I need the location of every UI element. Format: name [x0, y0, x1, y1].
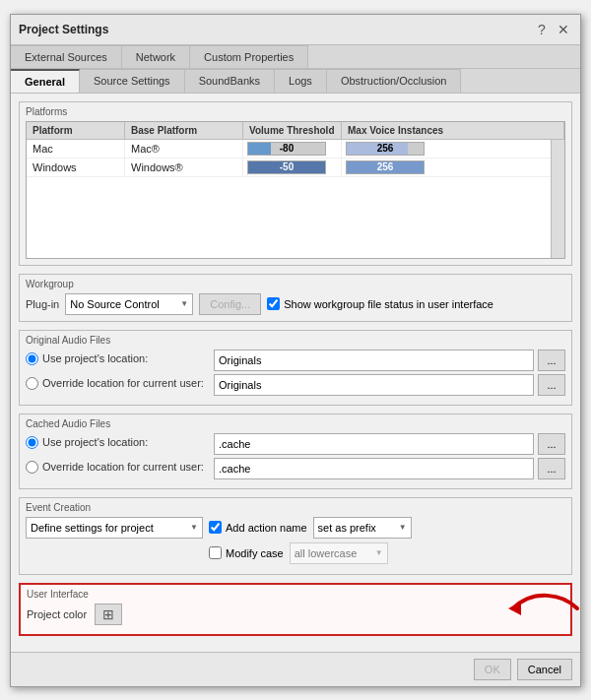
cell-base-mac: Mac®	[125, 140, 243, 158]
platforms-table: Platform Base Platform Volume Threshold …	[26, 121, 565, 259]
volume-slider-mac[interactable]: -80	[247, 142, 326, 156]
cached-radio2: Override location for current user:	[26, 461, 210, 474]
tab-custom-properties[interactable]: Custom Properties	[190, 45, 308, 68]
cached-browse1-button[interactable]: ...	[538, 433, 565, 455]
dialog-window: Project Settings ? ✕ External Sources Ne…	[10, 14, 581, 687]
tab-obstruction[interactable]: Obstruction/Occlusion	[327, 69, 462, 93]
ui-section-wrapper: User Interface Project color ⊞	[19, 583, 572, 636]
plugin-label: Plug-in	[26, 298, 59, 310]
original-audio-label: Original Audio Files	[26, 335, 565, 346]
workgroup-checkbox[interactable]	[267, 297, 280, 310]
voices-value-windows: 256	[347, 161, 424, 172]
config-button[interactable]: Config...	[199, 293, 261, 315]
event-row1: Define settings for project ▼ Add action…	[26, 517, 565, 539]
modify-case-checkbox[interactable]	[209, 546, 222, 559]
event-dropdown[interactable]: Define settings for project ▼	[26, 517, 203, 539]
cached-radio1: Use project's location:	[26, 436, 210, 449]
cell-platform-windows: Windows	[27, 159, 125, 176]
volume-slider-windows[interactable]: -50	[247, 160, 326, 174]
color-picker-icon: ⊞	[102, 606, 114, 622]
table-header: Platform Base Platform Volume Threshold …	[27, 122, 564, 140]
cached-radio2-input[interactable]	[26, 461, 38, 474]
cached-audio-section: Cached Audio Files Use project's locatio…	[19, 414, 572, 489]
add-action-checkbox[interactable]	[209, 521, 222, 534]
cell-voices-mac[interactable]: 256	[342, 140, 564, 158]
original-radio1: Use project's location:	[26, 352, 210, 365]
table-scrollbar[interactable]	[551, 140, 564, 258]
cell-volume-mac[interactable]: -80	[243, 140, 342, 158]
original-path1-input[interactable]	[214, 350, 534, 371]
prefix-dropdown[interactable]: set as prefix ▼	[313, 517, 412, 539]
tab-logs[interactable]: Logs	[275, 69, 327, 93]
platform-rows-wrap: Mac Mac® -80 256	[27, 140, 564, 258]
plugin-dropdown[interactable]: No Source Control ▼	[65, 293, 193, 315]
cancel-button[interactable]: Cancel	[517, 659, 572, 680]
ok-button[interactable]: OK	[474, 659, 511, 680]
original-audio-section: Original Audio Files Use project's locat…	[19, 330, 572, 406]
cell-volume-windows[interactable]: -50	[243, 159, 342, 176]
cell-base-windows: Windows®	[125, 159, 243, 176]
add-action-label: Add action name	[226, 522, 307, 534]
col-base-platform: Base Platform	[125, 122, 243, 139]
original-path2-input[interactable]	[214, 374, 534, 396]
original-browse2-button[interactable]: ...	[538, 374, 565, 396]
case-dropdown-value: all lowercase	[295, 547, 358, 559]
workgroup-checkbox-label: Show workgroup file status in user inter…	[284, 298, 493, 310]
col-volume-threshold: Volume Threshold	[243, 122, 342, 139]
platforms-label: Platforms	[26, 106, 565, 117]
table-row: Windows Windows® -50 256	[27, 159, 564, 177]
cached-radio2-row: Override location for current user: ...	[26, 458, 565, 479]
user-interface-section: User Interface Project color ⊞	[19, 583, 572, 636]
cached-browse2-button[interactable]: ...	[538, 458, 565, 479]
volume-value-mac: -80	[248, 143, 325, 154]
original-radio2: Override location for current user:	[26, 377, 210, 390]
bottom-bar: OK Cancel	[11, 652, 580, 686]
cached-radio2-label: Override location for current user:	[42, 461, 210, 473]
case-dropdown[interactable]: all lowercase ▼	[290, 542, 388, 564]
modify-case-row: Modify case	[209, 546, 284, 559]
original-radio2-row: Override location for current user: ...	[26, 374, 565, 396]
cached-radio1-label: Use project's location:	[42, 436, 210, 448]
original-browse1-button[interactable]: ...	[538, 350, 565, 371]
tab-general[interactable]: General	[11, 69, 80, 93]
cell-voices-windows[interactable]: 256	[342, 159, 564, 176]
title-bar: Project Settings ? ✕	[11, 15, 580, 45]
tab-soundbanks[interactable]: SoundBanks	[185, 69, 275, 93]
voices-slider-mac[interactable]: 256	[346, 142, 425, 156]
cached-radio1-input[interactable]	[26, 436, 38, 449]
title-bar-buttons: ? ✕	[533, 21, 572, 38]
event-creation-section: Event Creation Define settings for proje…	[19, 497, 572, 575]
tab-external-sources[interactable]: External Sources	[11, 45, 122, 68]
cached-audio-label: Cached Audio Files	[26, 418, 565, 429]
project-color-row: Project color ⊞	[27, 604, 564, 625]
voices-value-mac: 256	[347, 143, 424, 154]
col-platform: Platform	[27, 122, 125, 139]
volume-value-windows: -50	[248, 161, 325, 172]
col-max-voice: Max Voice Instances	[342, 122, 564, 139]
close-button[interactable]: ✕	[555, 21, 572, 38]
color-picker-button[interactable]: ⊞	[95, 604, 122, 625]
project-color-label: Project color	[27, 608, 87, 620]
help-button[interactable]: ?	[533, 21, 551, 38]
cached-path1-input[interactable]	[214, 433, 534, 455]
original-radio2-input[interactable]	[26, 377, 38, 390]
original-radio2-label: Override location for current user:	[42, 377, 210, 389]
voices-slider-windows[interactable]: 256	[346, 160, 425, 174]
event-dropdown-arrow-icon: ▼	[190, 523, 198, 532]
event-row2: Modify case all lowercase ▼	[26, 542, 565, 564]
cached-path2-input[interactable]	[214, 458, 534, 479]
plugin-dropdown-value: No Source Control	[70, 298, 160, 310]
cached-radio1-row: Use project's location: ...	[26, 433, 565, 455]
window-title: Project Settings	[19, 23, 108, 36]
cell-platform-mac: Mac	[27, 140, 125, 158]
workgroup-section: Workgroup Plug-in No Source Control ▼ Co…	[19, 274, 572, 322]
event-creation-label: Event Creation	[26, 502, 565, 513]
original-radio1-input[interactable]	[26, 352, 38, 365]
table-row: Mac Mac® -80 256	[27, 140, 564, 159]
tab-network[interactable]: Network	[122, 45, 190, 68]
main-content: Platforms Platform Base Platform Volume …	[11, 94, 580, 652]
add-action-row: Add action name	[209, 521, 307, 534]
tab-source-settings[interactable]: Source Settings	[80, 69, 185, 93]
workgroup-row: Plug-in No Source Control ▼ Config... Sh…	[26, 293, 565, 315]
dropdown-arrow-icon: ▼	[180, 299, 188, 308]
